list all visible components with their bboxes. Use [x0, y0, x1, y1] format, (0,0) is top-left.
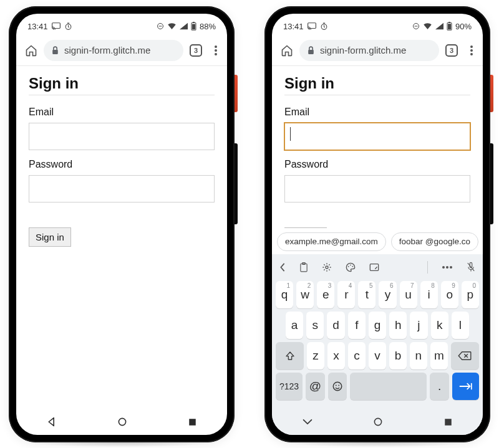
kb-palette-icon[interactable] [346, 262, 356, 272]
email-field[interactable] [29, 123, 215, 150]
nav-home-icon[interactable] [117, 417, 127, 427]
android-nav-bar [16, 409, 227, 435]
svg-rect-12 [308, 23, 316, 29]
key-b[interactable]: b [389, 342, 407, 369]
key-l[interactable]: l [452, 312, 469, 339]
lock-icon [307, 46, 315, 55]
svg-point-35 [338, 385, 339, 386]
key-v[interactable]: v [369, 342, 386, 369]
more-menu-icon[interactable] [208, 45, 223, 55]
key-u[interactable]: u7 [400, 281, 417, 308]
url-text: signin-form.glitch.me [320, 45, 432, 55]
keyboard-toolbar [274, 257, 480, 278]
page-content: Sign in Email Password Sign in [16, 66, 227, 435]
kb-mic-off-icon[interactable] [467, 262, 475, 273]
phone-left: 13:41 88% signin-form.glitch.me 3 Sign [9, 6, 235, 442]
kb-gear-icon[interactable] [322, 262, 332, 272]
key-q[interactable]: q1 [276, 281, 293, 308]
key-z[interactable]: z [307, 342, 324, 369]
svg-point-9 [215, 53, 217, 55]
autofill-chip[interactable]: foobar @google.co [391, 232, 478, 251]
status-battery-pct: 88% [200, 22, 216, 31]
key-enter[interactable] [452, 373, 479, 400]
status-bar: 13:41 88% [16, 14, 227, 35]
key-h[interactable]: h [389, 312, 407, 339]
key-r[interactable]: r4 [337, 281, 355, 308]
key-space[interactable] [350, 373, 427, 400]
screen-left: 13:41 88% signin-form.glitch.me 3 Sign [16, 14, 227, 435]
key-p[interactable]: p0 [462, 281, 479, 308]
key-a[interactable]: a [286, 312, 303, 339]
svg-point-24 [326, 266, 328, 269]
cast-icon [308, 22, 316, 30]
key-n[interactable]: n [410, 342, 427, 369]
kb-more-icon[interactable] [442, 265, 453, 269]
address-bar[interactable]: signin-form.glitch.me [299, 40, 439, 61]
key-i[interactable]: i8 [420, 281, 438, 308]
tab-switcher[interactable]: 3 [190, 44, 202, 57]
key-e[interactable]: e3 [317, 281, 334, 308]
key-emoji[interactable] [328, 373, 347, 400]
key-f[interactable]: f [348, 312, 366, 339]
svg-point-33 [333, 382, 342, 391]
divider [29, 95, 215, 95]
browser-toolbar: signin-form.glitch.me 3 [272, 35, 483, 66]
signin-button[interactable]: Sign in [29, 227, 71, 247]
battery-icon [191, 22, 196, 31]
nav-home-icon[interactable] [373, 417, 383, 427]
svg-point-21 [470, 53, 473, 55]
kb-chevron-left-icon[interactable] [279, 263, 286, 272]
key-d[interactable]: d [327, 312, 344, 339]
key-backspace[interactable] [451, 342, 479, 369]
key-m[interactable]: m [430, 342, 448, 369]
key-shift[interactable] [276, 342, 304, 369]
key-period[interactable]: . [430, 373, 449, 400]
key-g[interactable]: g [369, 312, 386, 339]
tab-switcher[interactable]: 3 [445, 44, 458, 57]
key-x[interactable]: x [327, 342, 345, 369]
key-at[interactable]: @ [306, 373, 325, 400]
key-symbols[interactable]: ?123 [276, 373, 303, 400]
svg-point-26 [350, 264, 351, 265]
nav-hide-keyboard-icon[interactable] [303, 419, 312, 425]
nav-recents-icon[interactable] [443, 417, 453, 427]
key-y[interactable]: y6 [379, 281, 396, 308]
address-bar[interactable]: signin-form.glitch.me [44, 40, 183, 61]
timer-icon [320, 22, 328, 31]
android-nav-bar [272, 409, 483, 435]
password-field[interactable] [29, 175, 215, 203]
email-field[interactable] [284, 123, 470, 150]
svg-point-30 [446, 266, 448, 269]
wifi-icon [167, 22, 177, 30]
key-j[interactable]: j [410, 312, 427, 339]
key-c[interactable]: c [348, 342, 366, 369]
home-icon[interactable] [25, 44, 37, 57]
svg-rect-11 [189, 419, 196, 426]
password-label: Password [29, 159, 215, 170]
kb-clipboard-icon[interactable] [299, 262, 308, 272]
lock-icon [51, 46, 59, 55]
svg-rect-0 [52, 23, 60, 29]
key-t[interactable]: t5 [358, 281, 375, 308]
home-icon[interactable] [281, 44, 293, 57]
key-k[interactable]: k [431, 312, 448, 339]
svg-point-25 [348, 266, 349, 267]
autofill-chip[interactable]: example.me@gmail.com [277, 232, 386, 251]
nav-recents-icon[interactable] [188, 417, 197, 427]
status-time: 13:41 [283, 22, 304, 31]
nav-back-icon[interactable] [47, 417, 57, 427]
kb-rect-icon[interactable] [369, 263, 379, 272]
page-title: Sign in [284, 75, 470, 92]
svg-rect-22 [301, 264, 307, 272]
svg-point-8 [215, 49, 217, 52]
password-field[interactable] [284, 175, 470, 203]
email-label: Email [29, 107, 215, 118]
more-menu-icon[interactable] [464, 45, 479, 55]
password-label: Password [284, 159, 470, 170]
key-w[interactable]: w2 [296, 281, 314, 308]
svg-rect-16 [448, 22, 450, 22]
key-s[interactable]: s [306, 312, 324, 339]
key-o[interactable]: o9 [441, 281, 458, 308]
svg-rect-37 [445, 419, 452, 426]
svg-point-7 [215, 45, 217, 48]
